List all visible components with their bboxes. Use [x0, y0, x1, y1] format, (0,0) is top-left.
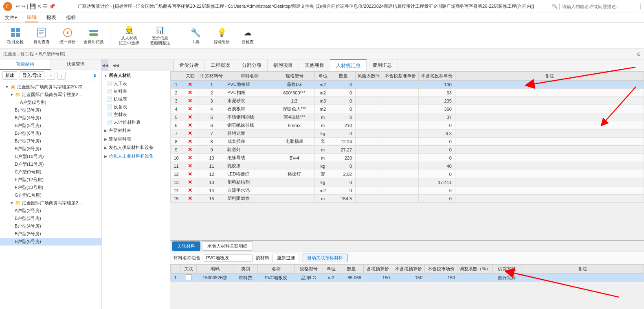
unlink-button[interactable]: ✕ [188, 98, 192, 104]
tree-material[interactable]: 📄 材料表 [102, 88, 170, 95]
tree-uncalc[interactable]: 📄 未计价材料表 [102, 118, 170, 126]
unlink-button[interactable]: ✕ [188, 195, 192, 202]
row-link[interactable]: ✕ [182, 146, 198, 154]
sidebar-item-b5[interactable]: B户型(5号房) [0, 122, 101, 129]
sidebar-item-b6-1[interactable]: B户型(6号房) [0, 129, 101, 137]
tree-machine[interactable]: 📄 机械表 [102, 95, 170, 103]
sidebar-item-b6b[interactable]: B户型(6号房) [0, 238, 101, 245]
sidebar-item-b5b[interactable]: B户型(5号房) [0, 230, 101, 238]
table-row[interactable]: 10 ✕ 10 绝缘导线 BV-4 m 220 0 [171, 154, 644, 162]
tree-owner-supply[interactable]: ▶ 发包人供应材料和设备 [102, 143, 170, 152]
global-search-input[interactable] [559, 3, 641, 10]
tree-all-materials[interactable]: ▼ 所有人材机 [102, 71, 170, 80]
sidebar-item-huijin1[interactable]: ▼ ▣ 汇金国际广场商务写字楼第20-22... [0, 83, 101, 91]
undo-icon[interactable]: ↩ [15, 3, 20, 9]
sidebar-item-b8[interactable]: B户型(8号房) [0, 145, 101, 153]
menu-icon[interactable]: ☰ [43, 3, 48, 9]
sidebar-item-b4[interactable]: B户型(4号房) [0, 114, 101, 122]
row-link[interactable]: ✕ [182, 186, 198, 195]
save-icon[interactable]: 💾 [29, 3, 36, 9]
tree-main-mat[interactable]: 📄 主材表 [102, 111, 170, 118]
tree-contractor-supply[interactable]: ▶ 承包人主要材料和设备 [102, 152, 170, 160]
table-row[interactable]: 8 ✕ 8 成套插座 电脑插座 套 12.24 0 [171, 138, 644, 146]
row-link[interactable]: ✕ [182, 162, 198, 170]
cloud-check-button[interactable]: ☁ 云检查 [236, 24, 259, 47]
lower-tab-linked[interactable]: 关联材料 [172, 241, 200, 251]
tools-button[interactable]: 🔧 工具 [184, 24, 207, 47]
table-row[interactable]: 3 ✕ 3 水泥砂浆 1:3 m3 0 205 [171, 97, 644, 105]
price-diff-button[interactable]: 📊 造价信息差额调整法 [146, 24, 174, 47]
table-row[interactable]: 11 ✕ 11 乳胶漆 kg 0 40 [171, 162, 644, 170]
row-link[interactable]: ✕ [182, 81, 198, 89]
unlink-button[interactable]: ✕ [188, 147, 192, 153]
lower-row-link[interactable] [180, 274, 197, 282]
fee-check-button[interactable]: 费用查看 [30, 24, 53, 47]
refilter-button[interactable]: 重新过滤 [273, 254, 299, 262]
unlink-button[interactable]: ✕ [188, 179, 192, 185]
full-switch-button[interactable]: 全费用切换 [82, 24, 105, 47]
table-row[interactable]: 14 ✕ 14 自流平水泥 m2 0 6 [171, 186, 644, 195]
unlink-button[interactable]: ✕ [188, 122, 192, 128]
sidebar-tab-project[interactable]: 项目结构 [0, 59, 51, 70]
sidebar-item-a2b[interactable]: A户型(2号房) [0, 207, 101, 215]
panel-collapse-button[interactable]: ◀◀ [102, 59, 108, 71]
link-checkbox[interactable] [186, 274, 191, 280]
unified-adjust-button[interactable]: ¥ 统一调价 [56, 24, 79, 47]
sidebar-item-b3b[interactable]: B户型(3号房) [0, 215, 101, 222]
import-export-button[interactable]: 导入/导出 [20, 71, 44, 80]
tab-other[interactable]: 其他项目 [299, 59, 330, 71]
tab-measure[interactable]: 措施项目 [268, 59, 299, 71]
unlink-button[interactable]: ✕ [188, 171, 192, 177]
unlink-button[interactable]: ✕ [188, 155, 192, 161]
unlink-button[interactable]: ✕ [188, 163, 192, 169]
table-row[interactable]: 1 ✕ 1 PVC地板胶 品牌LG m2 0 100 [171, 81, 644, 89]
sidebar-item-a2[interactable]: A户型(2号房) [0, 99, 101, 106]
tab-fee[interactable]: 费用汇总 [367, 59, 398, 71]
table-row[interactable]: 6 ✕ 6 铜芯绝缘导线 6mm2 m 210 0 [171, 121, 644, 129]
unlink-button[interactable]: ✕ [188, 106, 192, 112]
row-link[interactable]: ✕ [182, 121, 198, 129]
filter-input[interactable] [204, 254, 253, 262]
tab-labor-material[interactable]: 人材机汇总 [330, 59, 367, 71]
lower-table-row[interactable]: 1 15000526⑫ 材料费 PVC地板胶 品牌LG m2 85.068 15… [171, 274, 644, 282]
table-row[interactable]: 4 ✕ 4 石质板材 深咖色大*** m2 0 360 [171, 105, 644, 113]
sidebar-item-e12[interactable]: E户型(12号房) [0, 176, 101, 184]
unlink-button[interactable]: ✕ [188, 81, 192, 88]
close-icon[interactable]: ✕ [37, 3, 42, 9]
new-button[interactable]: 新建 [2, 71, 17, 80]
auto-link-button[interactable]: 自动关联招标材料 [303, 254, 347, 262]
row-link[interactable]: ✕ [182, 138, 198, 146]
redo-icon[interactable]: ↪ [21, 3, 26, 9]
tree-labor[interactable]: 📄 人工表 [102, 80, 170, 88]
tab-cost-analysis[interactable]: 造价分析 [174, 59, 205, 71]
tab-section[interactable]: 分部分项 [236, 59, 268, 71]
tree-main-materials[interactable]: ▶ 主要材料表 [102, 126, 170, 135]
row-link[interactable]: ✕ [182, 129, 198, 138]
row-link[interactable]: ✕ [182, 97, 198, 105]
table-row[interactable]: 5 ✕ 5 不锈钢钢刷线 304拉丝*** m 0 37 [171, 113, 644, 121]
row-link[interactable]: ✕ [182, 105, 198, 113]
tree-panel-collapse[interactable]: ◀◀ [110, 62, 121, 68]
unlink-button[interactable]: ✕ [188, 130, 192, 136]
unlink-button[interactable]: ✕ [188, 187, 192, 193]
sidebar-item-c9[interactable]: C户型(9号房) [0, 168, 101, 176]
pin-icon[interactable]: 📌 [49, 3, 55, 9]
sidebar-item-sub1[interactable]: ▼ 📁 汇金国际广场商务写字楼第2... [0, 91, 101, 99]
unlink-button[interactable]: ✕ [188, 114, 192, 120]
sidebar-tab-search[interactable]: 快速查询 [51, 59, 102, 70]
sidebar-item-d11[interactable]: D户型(11号房) [0, 160, 101, 168]
move-up-button[interactable]: ↑ [47, 72, 55, 80]
move-down-button[interactable]: ↓ [57, 72, 66, 80]
sidebar-item-g1[interactable]: G户型(1号房) [0, 191, 101, 199]
sidebar-item-b3[interactable]: B户型(3号房) [0, 106, 101, 114]
sidebar-item-c10[interactable]: C户型(10号房) [0, 153, 101, 160]
labor-machine-button[interactable]: 👷 从人材机汇总中选择 [115, 24, 143, 47]
row-link[interactable]: ✕ [182, 113, 198, 121]
tree-estimate[interactable]: ▶ 暂估材料表 [102, 135, 170, 143]
smart-report-button[interactable]: 💡 智能组价 [210, 24, 233, 47]
sidebar-item-f13[interactable]: F户型(13号房) [0, 184, 101, 191]
menu-report[interactable]: 报表 [45, 13, 58, 22]
project-overview-button[interactable]: 项目总检 [4, 24, 27, 47]
unlink-button[interactable]: ✕ [188, 138, 192, 145]
sidebar-item-b7[interactable]: B户型(7号房) [0, 137, 101, 145]
